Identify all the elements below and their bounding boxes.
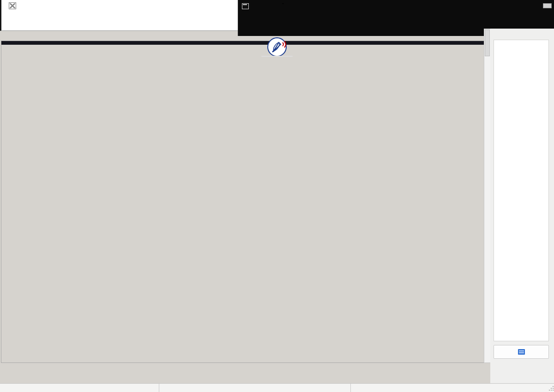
- cmd-icon: [242, 3, 249, 9]
- site-info-block: [138, 0, 238, 30]
- status-lock-uptime: [0, 384, 159, 392]
- status-best-signal: [351, 384, 554, 392]
- dxsatcs-logo-text: [261, 56, 293, 57]
- scrollbar-thumb[interactable]: [485, 30, 490, 56]
- transponder-card: [494, 40, 549, 341]
- window-title: [9, 2, 19, 9]
- signal-analyzer-icon: [9, 2, 16, 9]
- cmd-titlebar[interactable]: [242, 3, 252, 9]
- transponder-panel: [490, 29, 554, 392]
- resize-grip[interactable]: [548, 386, 554, 392]
- world-clocks-toolbar: [283, 3, 283, 4]
- vertical-scrollbar[interactable]: [484, 29, 491, 363]
- status-bar: [0, 383, 554, 392]
- chart-top-bar: [1, 41, 484, 45]
- dxsatcs-logo: [261, 37, 293, 63]
- transponder-list-button[interactable]: [494, 345, 549, 359]
- status-sync-counters: [159, 384, 351, 392]
- list-icon: [518, 349, 525, 355]
- cmd-minimize-button[interactable]: [543, 3, 552, 8]
- signal-monitor-chart-window: [1, 41, 484, 363]
- signal-history-plot[interactable]: [28, 58, 482, 359]
- satellite-dish-icon: [261, 37, 293, 57]
